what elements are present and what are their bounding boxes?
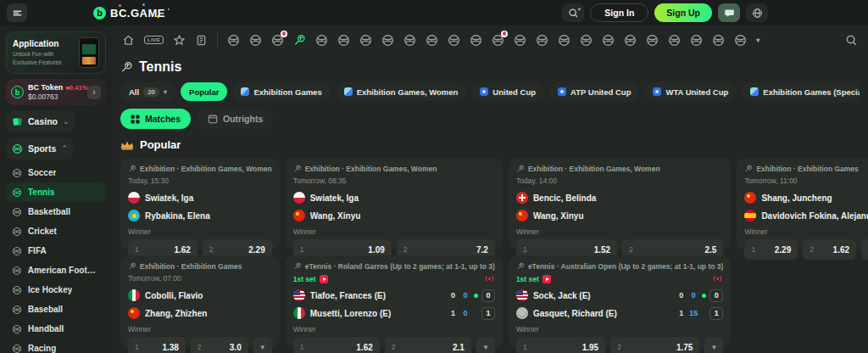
odds-button-2[interactable]: 2 2.1 [385,337,471,353]
confetti-dot [119,4,121,7]
sidebar-item-basketball[interactable]: Basketball [6,202,106,221]
search-button[interactable]: ✦ [562,3,584,22]
league-icon [480,87,488,96]
hot-lines-icon[interactable] [492,34,504,47]
match-card[interactable]: Exhibition · Exhibition Games Tomorrow, … [737,158,868,249]
match-card[interactable]: Exhibition · Exhibition Games, Women Tom… [286,158,503,249]
live-icon[interactable]: LIVE [144,36,164,44]
chip-exhibition-games-special-rules[interactable]: Exhibition Games (Special rules) [742,82,860,101]
chip-exhibition-games-women[interactable]: Exhibition Games, Women [336,82,467,101]
table-tennis-icon[interactable] [426,34,438,47]
match-card[interactable]: Exhibition · Exhibition Games, Women Tod… [120,158,280,249]
darts-icon[interactable] [403,34,416,47]
match-card[interactable]: Exhibition · Exhibition Games Tomorrow, … [120,255,280,347]
match-card[interactable]: eTennis · Roland Garros (Up to 2 games; … [286,255,503,347]
league-of-legends-icon[interactable] [381,34,394,47]
sidebar-item-casino[interactable]: Casino ⌄ [6,110,75,132]
e-basketball-icon[interactable] [602,34,615,47]
odds-value: 1.62 [174,245,190,255]
more-icon[interactable]: ▾ [756,36,760,44]
more-markets-button[interactable]: ▼ [704,337,723,353]
valorant-icon[interactable] [359,34,372,47]
chess-icon[interactable] [624,34,637,47]
more-markets-button[interactable]: ▼ [253,337,272,353]
sidebar-item-cricket[interactable]: Cricket [6,221,106,241]
nba2k-icon[interactable] [712,34,725,47]
sidebar-item-handball[interactable]: Handball [6,319,106,339]
chip-united-cup[interactable]: United Cup [471,82,544,101]
odds-button-1[interactable]: 1 1.62 [293,337,380,353]
sidebar-item-racing[interactable]: Racing [6,339,106,353]
live-stream-icon[interactable] [712,274,723,283]
soccer-icon[interactable] [227,34,240,47]
tennis-icon[interactable] [293,34,306,47]
my-bets-icon[interactable] [195,34,208,47]
odds-button-1[interactable]: 1 2.29 [744,239,798,260]
selection-label: 1 [135,245,139,254]
menu-toggle-button[interactable] [7,3,27,22]
token-change-badge: 0.41% [65,84,88,92]
chip-exhibition-games[interactable]: Exhibition Games [232,82,330,101]
player-flag-icon [128,289,140,301]
sidebar-item-baseball[interactable]: Baseball [6,300,106,319]
penalty-icon[interactable] [668,34,681,47]
live-status-row: 1st set [293,273,495,284]
bc-token-card[interactable]: b BC Token 0.41% $0.00763 › [6,79,106,105]
mma-icon[interactable] [536,34,548,47]
field-hockey-icon[interactable] [514,34,526,47]
tab-outrights[interactable]: Outrights [198,109,273,129]
match-card[interactable]: Exhibition · Exhibition Games, Women Tod… [509,158,731,249]
odds-button-1[interactable]: 1 1.95 [516,337,605,353]
chip-popular[interactable]: Popular [181,82,227,101]
odds-button-1[interactable]: 1 1.38 [128,337,186,353]
chip-atp-united-cup[interactable]: ATP United Cup [549,82,639,101]
odds-button-2[interactable]: 2 1.62 [803,239,856,260]
volleyball-icon[interactable] [448,34,460,47]
language-button[interactable] [746,3,768,22]
market-label: Winner [516,227,723,236]
american-football-icon[interactable] [558,34,570,47]
confetti-dot [168,8,170,10]
sports-search-icon[interactable] [845,34,858,47]
hot-games-icon[interactable] [271,34,284,47]
player-flag-icon [516,307,528,319]
bc-game-logo[interactable]: b BC.GAME [93,7,165,20]
sidebar-item-sports[interactable]: Sports ⌃ [6,137,74,160]
basketball-icon[interactable] [315,34,328,47]
counter-strike-icon[interactable] [337,34,350,47]
odds-button-2[interactable]: 2 3.0 [191,337,248,353]
chevron-right-icon[interactable]: › [87,86,101,99]
more-markets-button[interactable]: ▼ [476,337,495,353]
chip-wta-united-cup[interactable]: WTA United Cup [644,82,737,101]
casino-icon [12,116,23,127]
sidebar-item-tennis[interactable]: Tennis [6,182,106,202]
sidebar-item-ice-hockey[interactable]: Ice Hockey [6,280,106,300]
player-row: Musetti, Lorenzo (E) 1 0 1 [293,306,495,320]
sidebar-item-fifa[interactable]: FIFA [6,241,106,261]
live-scores: 1 15 1 [677,307,723,320]
live-stream-icon[interactable] [484,274,495,283]
favourites-icon[interactable] [173,34,186,47]
race-flags-icon[interactable] [646,34,659,47]
chevron-down-icon: ▾ [164,88,167,96]
bc-originals-icon[interactable] [249,34,262,47]
player-name: Swiatek, Iga [310,193,495,203]
odds-button-2[interactable]: 2 1.75 [610,337,699,353]
home-icon[interactable] [122,34,135,47]
tab-matches[interactable]: Matches [120,109,191,129]
dota-2-icon[interactable] [580,34,593,47]
filter-all-dropdown[interactable]: All 20 ▾ [120,82,175,101]
match-card[interactable]: eTennis · Australian Open (Up to 2 games… [509,255,731,347]
horse-racing-icon[interactable] [470,34,482,47]
e-tennis-icon[interactable] [734,34,747,47]
sidebar-item-american-football[interactable]: American Football [6,261,106,280]
more-markets-button[interactable]: ▼ [861,239,868,260]
e-fighting-icon[interactable] [690,34,703,47]
app-promo-card[interactable]: Application Unlock Fun with Exclusive Fe… [6,31,106,74]
sign-in-button[interactable]: Sign In [590,3,648,22]
sign-up-button[interactable]: Sign Up [654,3,712,22]
player-name: Bencic, Belinda [533,193,723,203]
sidebar-item-soccer[interactable]: Soccer [6,163,106,182]
app-root: b BC.GAME ✦ Sign In Sign Up [0,0,868,353]
chat-button[interactable] [718,3,740,22]
